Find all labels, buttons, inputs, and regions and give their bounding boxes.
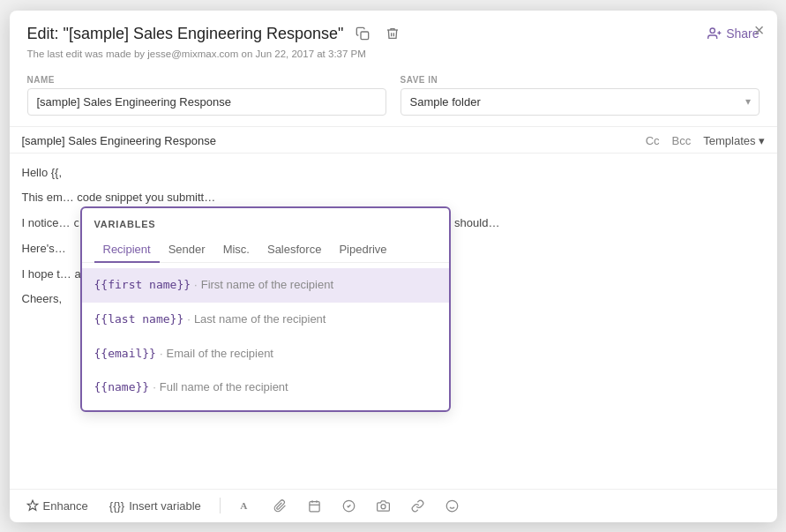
enhance-button[interactable]: Enhance [22, 497, 93, 515]
modal-header: Edit: "[sample] Sales Engineering Respon… [10, 11, 777, 47]
enhance-icon [26, 499, 39, 512]
save-group: SAVE IN Sample folder ▾ [400, 75, 760, 116]
trash-icon [386, 26, 400, 41]
variables-header: VARIABLES [82, 208, 449, 238]
var-dot-2: · [187, 311, 191, 329]
var-dot-1: · [194, 276, 198, 295]
var-desc-last-name: Last name of the recipient [194, 311, 326, 329]
var-desc-email: Email of the recipient [167, 345, 273, 363]
cc-button[interactable]: Cc [646, 134, 660, 147]
svg-text:A: A [240, 500, 248, 511]
var-code-email: {{email}} [94, 345, 156, 363]
var-code-name: {{name}} [94, 378, 150, 397]
svg-point-1 [710, 28, 715, 33]
svg-rect-5 [310, 501, 319, 511]
variables-popup: VARIABLES Recipient Sender Misc. Salesfo… [80, 206, 451, 413]
emoji-button[interactable] [441, 497, 463, 515]
var-code-last-name: {{last name}} [94, 311, 184, 329]
tab-misc[interactable]: Misc. [214, 237, 258, 263]
insert-variable-button[interactable]: {{}} Insert variable [105, 497, 206, 515]
modal-title: Edit: "[sample] Sales Engineering Respon… [27, 25, 344, 43]
copy-icon [356, 26, 370, 41]
var-desc-first-name: First name of the recipient [201, 276, 333, 295]
variables-list: {{first name}} · First name of the recip… [82, 263, 449, 410]
share-button[interactable]: Share [707, 26, 759, 41]
editor-body[interactable]: Hello {{, This em… code snippet you subm… [10, 154, 777, 489]
title-row: Edit: "[sample] Sales Engineering Respon… [27, 25, 404, 43]
folder-select-wrapper: Sample folder ▾ [400, 88, 760, 116]
check-icon [342, 499, 356, 513]
var-dot-3: · [160, 345, 163, 363]
calendar-button[interactable] [303, 497, 326, 515]
form-section: NAME SAVE IN Sample folder ▾ [10, 68, 777, 127]
check-button[interactable] [338, 497, 360, 515]
var-dot-4: · [153, 378, 156, 397]
template-name-input[interactable] [27, 88, 386, 116]
tab-sender[interactable]: Sender [160, 237, 214, 263]
edit-template-modal: × Edit: "[sample] Sales Engineering Resp… [10, 11, 777, 522]
var-item-name[interactable]: {{name}} · Full name of the recipient [82, 371, 449, 405]
var-item-email[interactable]: {{email}} · Email of the recipient [82, 337, 449, 371]
variables-tabs: Recipient Sender Misc. Salesforce Pipedr… [82, 237, 449, 263]
toolbar-right: Cc Bcc Templates ▾ [646, 134, 765, 147]
name-group: NAME [27, 75, 386, 116]
editor-bottom-toolbar: Enhance {{}} Insert variable A [10, 489, 777, 522]
editor-toolbar-top: [sample] Sales Engineering Response Cc B… [10, 127, 777, 154]
camera-icon [377, 499, 390, 513]
tab-recipient[interactable]: Recipient [94, 237, 160, 263]
calendar-icon [308, 499, 321, 513]
delete-icon-button[interactable] [382, 25, 403, 42]
emoji-icon [445, 499, 459, 513]
svg-point-10 [381, 504, 386, 508]
attachment-button[interactable] [269, 497, 291, 515]
camera-button[interactable] [372, 497, 394, 515]
svg-point-11 [446, 500, 458, 512]
editor-section: [sample] Sales Engineering Response Cc B… [10, 127, 777, 522]
var-code-first-name: {{first name}} [94, 276, 191, 295]
attachment-icon [273, 499, 287, 513]
var-desc-name: Full name of the recipient [160, 378, 288, 397]
share-icon [707, 26, 722, 41]
templates-chevron-icon: ▾ [759, 134, 765, 147]
name-label: NAME [27, 75, 386, 85]
close-button[interactable]: × [754, 21, 765, 39]
folder-select[interactable]: Sample folder [400, 88, 760, 116]
var-item-first-name[interactable]: {{first name}} · First name of the recip… [82, 268, 449, 303]
link-icon [411, 499, 424, 513]
tab-pipedrive[interactable]: Pipedrive [330, 237, 395, 263]
save-label: SAVE IN [400, 75, 760, 85]
insert-variable-braces: {{}} [109, 499, 124, 513]
templates-label: Templates [703, 134, 755, 147]
bcc-button[interactable]: Bcc [672, 134, 692, 147]
copy-icon-button[interactable] [352, 25, 373, 42]
text-format-icon: A [239, 499, 252, 513]
subject-line: [sample] Sales Engineering Response [22, 134, 216, 147]
templates-button[interactable]: Templates ▾ [703, 134, 764, 147]
tab-salesforce[interactable]: Salesforce [258, 237, 330, 263]
insert-variable-label: Insert variable [129, 499, 201, 513]
modal-subtitle: The last edit was made by jesse@mixmax.c… [10, 47, 777, 68]
toolbar-divider [220, 498, 221, 513]
text-format-button[interactable]: A [235, 497, 257, 515]
svg-rect-0 [361, 32, 369, 40]
link-button[interactable] [407, 497, 429, 515]
var-item-last-name[interactable]: {{last name}} · Last name of the recipie… [82, 303, 449, 337]
enhance-label: Enhance [43, 499, 88, 513]
